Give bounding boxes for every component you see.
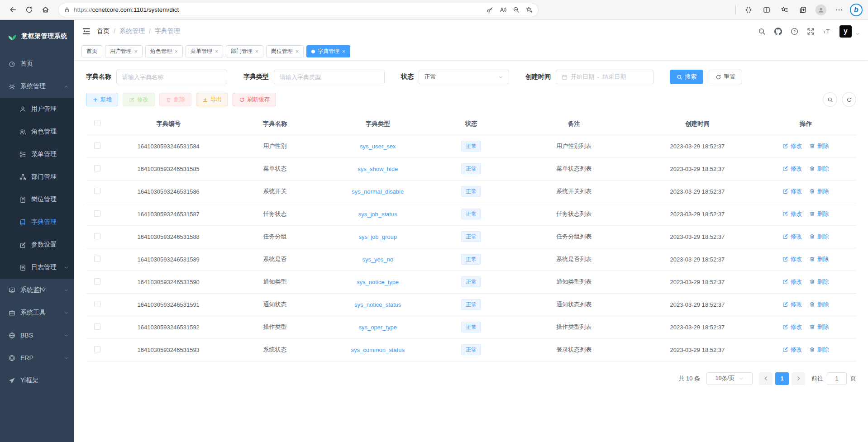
dict-type-link[interactable]: sys_show_hide (358, 166, 398, 172)
dict-type-link[interactable]: sys_normal_disable (352, 188, 404, 195)
dict-type-link[interactable]: sys_user_sex (360, 143, 396, 150)
sidebar-item-system-tools[interactable]: 系统工具 (0, 301, 74, 324)
browser-refresh-button[interactable] (22, 3, 36, 17)
row-delete-button[interactable]: 删除 (809, 323, 829, 331)
row-delete-button[interactable]: 删除 (809, 255, 829, 263)
row-checkbox[interactable] (94, 256, 100, 262)
sidebar-item-menu-management[interactable]: 菜单管理 (0, 143, 74, 166)
page-number-button[interactable]: 1 (775, 372, 789, 385)
sidebar-item-erp[interactable]: ERP (0, 347, 74, 369)
sidebar-item-role-management[interactable]: 角色管理 (0, 120, 74, 143)
tab-dict-management[interactable]: 字典管理× (306, 45, 350, 57)
row-delete-button[interactable]: 删除 (809, 233, 829, 241)
bing-copilot-button[interactable]: b (850, 4, 863, 16)
tab-post-management[interactable]: 岗位管理× (266, 45, 304, 57)
chevron-down-icon[interactable] (855, 32, 860, 36)
sidebar-item-user-management[interactable]: 用户管理 (0, 98, 74, 120)
zoom-out-icon[interactable] (513, 6, 520, 13)
fullscreen-icon[interactable] (807, 28, 815, 35)
row-delete-button[interactable]: 删除 (809, 165, 829, 173)
row-delete-button[interactable]: 删除 (809, 187, 829, 195)
tab-menu-management[interactable]: 菜单管理× (186, 45, 223, 57)
row-edit-button[interactable]: 修改 (782, 142, 802, 150)
row-checkbox[interactable] (94, 233, 100, 239)
row-delete-button[interactable]: 删除 (809, 142, 829, 150)
row-edit-button[interactable]: 修改 (782, 323, 802, 331)
sidebar-item-post-management[interactable]: 岗位管理 (0, 188, 74, 211)
app-logo[interactable]: 意框架管理系统 (0, 20, 74, 52)
dict-type-input[interactable] (274, 70, 385, 84)
sidebar-item-bbs[interactable]: BBS (0, 324, 74, 347)
dict-type-link[interactable]: sys_notice_type (357, 279, 399, 285)
sidebar-item-yi-framework[interactable]: Yi框架 (0, 369, 74, 392)
collections-button[interactable] (796, 3, 810, 17)
dict-type-link[interactable]: sys_job_group (358, 233, 397, 240)
refresh-cache-button[interactable]: 刷新缓存 (233, 93, 276, 106)
row-checkbox[interactable] (94, 143, 100, 149)
row-edit-button[interactable]: 修改 (782, 255, 802, 263)
dict-name-input[interactable] (116, 70, 227, 84)
tab-close-icon[interactable]: × (215, 48, 218, 55)
dict-type-link[interactable]: sys_common_status (351, 347, 405, 353)
export-button[interactable]: 导出 (196, 93, 228, 106)
row-edit-button[interactable]: 修改 (782, 300, 802, 309)
sidebar-item-param-settings[interactable]: 参数设置 (0, 233, 74, 256)
select-all-checkbox[interactable] (94, 120, 100, 126)
row-checkbox[interactable] (94, 323, 100, 330)
dict-type-link[interactable]: sys_notice_status (354, 301, 401, 308)
page-size-select[interactable]: 10条/页 (706, 372, 753, 385)
dict-type-link[interactable]: sys_oper_type (358, 324, 397, 331)
dict-type-link[interactable]: sys_yes_no (362, 256, 393, 263)
read-aloud-icon[interactable] (500, 6, 506, 13)
search-icon[interactable] (758, 28, 766, 35)
row-edit-button[interactable]: 修改 (782, 278, 802, 286)
dict-type-link[interactable]: sys_job_status (358, 211, 397, 218)
row-delete-button[interactable]: 删除 (809, 278, 829, 286)
row-checkbox[interactable] (94, 346, 100, 352)
add-favorite-icon[interactable] (526, 6, 533, 13)
row-edit-button[interactable]: 修改 (782, 187, 802, 195)
row-checkbox[interactable] (94, 188, 100, 194)
tab-dept-management[interactable]: 部门管理× (226, 45, 263, 57)
row-checkbox[interactable] (94, 301, 100, 307)
tab-close-icon[interactable]: × (296, 48, 299, 55)
help-icon[interactable]: ? (791, 28, 798, 35)
delete-button[interactable]: 删除 (159, 93, 191, 106)
breadcrumb-dict[interactable]: 字典管理 (155, 27, 180, 35)
row-checkbox[interactable] (94, 165, 100, 171)
sidebar-item-system-management[interactable]: 系统管理 (0, 75, 74, 98)
tab-close-icon[interactable]: × (342, 48, 345, 55)
font-size-icon[interactable]: TT (823, 28, 831, 35)
toggle-search-button[interactable] (823, 92, 837, 107)
sidebar-item-home[interactable]: 首页 (0, 52, 74, 75)
row-edit-button[interactable]: 修改 (782, 165, 802, 173)
address-bar[interactable]: https://ccnetcore.com:1101/system/dict (58, 3, 539, 17)
row-delete-button[interactable]: 删除 (809, 210, 829, 218)
password-key-icon[interactable] (486, 6, 493, 13)
tab-close-icon[interactable]: × (134, 48, 138, 55)
split-screen-button[interactable] (759, 3, 774, 17)
breadcrumb-home[interactable]: 首页 (97, 27, 110, 35)
row-edit-button[interactable]: 修改 (782, 210, 802, 218)
refresh-table-button[interactable] (842, 92, 856, 107)
profile-button[interactable] (814, 3, 828, 17)
tab-close-icon[interactable]: × (255, 48, 258, 55)
prev-page-button[interactable] (759, 372, 773, 385)
breadcrumb-system[interactable]: 系统管理 (119, 27, 145, 35)
row-checkbox[interactable] (94, 278, 100, 285)
row-edit-button[interactable]: 修改 (782, 233, 802, 241)
edit-button[interactable]: 修改 (123, 93, 155, 106)
extensions-button[interactable] (741, 3, 756, 17)
tab-home[interactable]: 首页 (81, 45, 102, 57)
next-page-button[interactable] (792, 372, 805, 385)
sidebar-item-dept-management[interactable]: 部门管理 (0, 166, 74, 188)
reset-button[interactable]: 重置 (709, 70, 742, 84)
search-button[interactable]: 搜索 (670, 70, 703, 84)
tab-role-management[interactable]: 角色管理× (145, 45, 183, 57)
browser-home-button[interactable] (38, 3, 52, 17)
tab-close-icon[interactable]: × (175, 48, 178, 55)
sidebar-fold-icon[interactable] (82, 27, 91, 35)
row-delete-button[interactable]: 删除 (809, 346, 829, 354)
row-delete-button[interactable]: 删除 (809, 300, 829, 309)
status-select[interactable]: 正常 (419, 70, 509, 84)
